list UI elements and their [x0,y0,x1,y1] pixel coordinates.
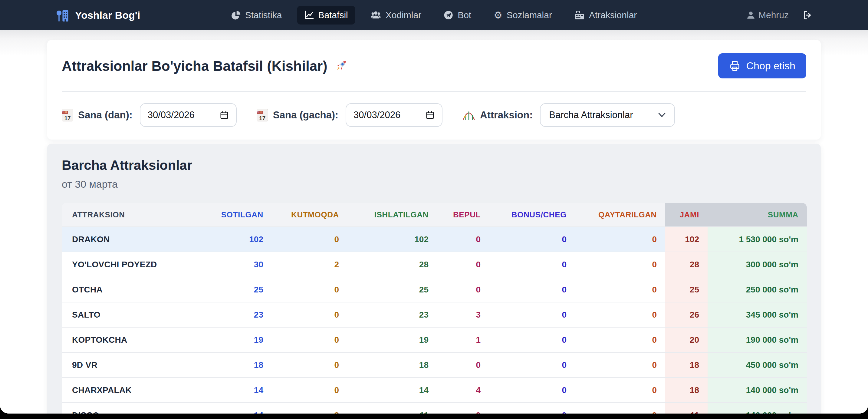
cell-bepul: 0 [437,227,489,251]
calendar-emoji-icon: JUL 17 [257,109,268,121]
nav-item-statistika[interactable]: Statistika [224,6,289,25]
header-card: Attraksionlar Bo'yicha Batafsil (Kishila… [47,40,821,140]
nav-item-label: Atraksionlar [589,10,637,20]
cell-bepul: 0 [437,277,489,302]
nav-item-label: Bot [458,10,471,20]
cell-sotilgan: 23 [181,302,272,327]
cell-ishlatilgan: 11 [347,402,437,414]
cell-qaytarilgan: 0 [575,277,665,302]
cell-jami: 25 [665,277,708,302]
table-header-row: ATTRAKSIONSOTILGANKUTMOQDAISHLATILGANBEP… [62,203,807,227]
cell-sotilgan: 14 [181,377,272,402]
cell-sotilgan: 30 [181,251,272,277]
nav-menu: Statistika Batafsil Xodimlar [224,6,644,25]
pie-chart-icon [231,10,241,20]
nav-item-label: Statistika [245,10,282,20]
cell-summa: 250 000 so'm [708,277,807,302]
cell-name: OTCHA [62,277,181,302]
nav-item-xodimlar[interactable]: Xodimlar [363,6,429,25]
column-header-bepul[interactable]: BEPUL [437,203,489,227]
section-title: Barcha Attraksionlar [62,158,806,173]
column-header-qaytarilgan[interactable]: QAYTARILGAN [575,203,665,227]
cell-bonus: 0 [489,302,575,327]
cell-jami: 18 [665,352,708,377]
cell-kutmoqda: 0 [272,327,347,352]
nav-item-label: Xodimlar [385,10,421,20]
gear-icon: ⚙ [494,10,502,20]
table-row-9d-vr: 9D VR1801800018450 000 so'm [62,352,807,377]
date-picker-icon[interactable] [220,111,229,120]
table-row-koptokcha: KOPTOKCHA1901910020190 000 so'm [62,327,807,352]
cell-summa: 450 000 so'm [708,352,807,377]
cell-qaytarilgan: 0 [575,402,665,414]
cell-qaytarilgan: 0 [575,302,665,327]
attraction-select[interactable]: Barcha Attraksionlar [540,103,675,127]
page-title: Attraksionlar Bo'yicha Batafsil (Kishila… [62,58,349,74]
date-from-label: Sana (dan): [78,109,132,121]
cell-bepul: 0 [437,402,489,414]
cell-bepul: 1 [437,327,489,352]
section-subtitle: от 30 марта [62,178,806,190]
date-picker-icon[interactable] [426,111,435,120]
cell-kutmoqda: 3 [272,402,347,414]
nav-item-label: Sozlamalar [507,10,552,20]
cell-qaytarilgan: 0 [575,327,665,352]
column-header-summa[interactable]: SUMMA [708,203,807,227]
cell-summa: 345 000 so'm [708,302,807,327]
cell-bonus: 0 [489,402,575,414]
date-from-value: 30/03/2026 [148,110,195,120]
rocket-icon [333,58,349,74]
cell-bepul: 4 [437,377,489,402]
cell-kutmoqda: 2 [272,251,347,277]
attraction-select-value: Barcha Attraksionlar [549,110,633,120]
cell-summa: 140 000 so'm [708,402,807,414]
date-from-input[interactable]: 30/03/2026 [140,103,237,127]
column-header-ishlatilgan[interactable]: ISHLATILGAN [347,203,437,227]
cell-sotilgan: 102 [181,227,272,251]
tree-city-icon [56,9,70,22]
user-icon [746,10,755,20]
nav-item-batafsil[interactable]: Batafsil [297,6,355,25]
attraction-label: Attraksion: [480,109,533,121]
table-row-salto: SALTO2302330026345 000 so'm [62,302,807,327]
cell-bonus: 0 [489,377,575,402]
cell-ishlatilgan: 14 [347,377,437,402]
column-header-bonus[interactable]: BONUS/CHEG [489,203,575,227]
cell-kutmoqda: 0 [272,302,347,327]
table-row-yo-lovchi-poyezd: YO'LOVCHI POYEZD3022800028300 000 so'm [62,251,807,277]
cell-name: DISCO [62,402,181,414]
table-row-drakon: DRAKON10201020001021 530 000 so'm [62,227,807,251]
print-button[interactable]: Chop etish [718,53,806,79]
cell-name: YO'LOVCHI POYEZD [62,251,181,277]
brand-home-link[interactable]: Yoshlar Bog'i [56,9,140,22]
cell-jami: 11 [665,402,708,414]
cell-sotilgan: 25 [181,277,272,302]
cell-qaytarilgan: 0 [575,377,665,402]
cell-sotilgan: 18 [181,352,272,377]
nav-item-atraksionlar[interactable]: Atraksionlar [567,6,644,25]
column-header-kutmoqda[interactable]: KUTMOQDA [272,203,347,227]
nav-item-label: Batafsil [318,10,348,20]
user-name: Mehruz [758,10,789,20]
navbar: Yoshlar Bog'i Statistika Batafsil [0,0,868,30]
date-to-value: 30/03/2026 [353,110,400,120]
user-menu[interactable]: Mehruz [746,10,789,20]
cell-bepul: 0 [437,352,489,377]
cell-summa: 190 000 so'm [708,327,807,352]
column-header-sotilgan[interactable]: SOTILGAN [181,203,272,227]
cell-bepul: 3 [437,302,489,327]
cash-register-icon [575,10,585,20]
nav-item-bot[interactable]: Bot [436,6,478,25]
column-header-name[interactable]: ATTRAKSION [62,203,181,227]
column-header-jami[interactable]: JAMI [665,203,708,227]
cell-jami: 18 [665,377,708,402]
date-to-input[interactable]: 30/03/2026 [346,103,442,127]
printer-icon [729,60,741,72]
main-content: Attraksionlar Bo'yicha Batafsil (Kishila… [0,30,868,414]
nav-item-sozlamalar[interactable]: ⚙ Sozlamalar [486,6,559,25]
print-button-label: Chop etish [746,60,795,72]
cell-summa: 300 000 so'm [708,251,807,277]
logout-icon[interactable] [802,10,812,20]
cell-sotilgan: 19 [181,327,272,352]
line-chart-icon [304,10,314,20]
